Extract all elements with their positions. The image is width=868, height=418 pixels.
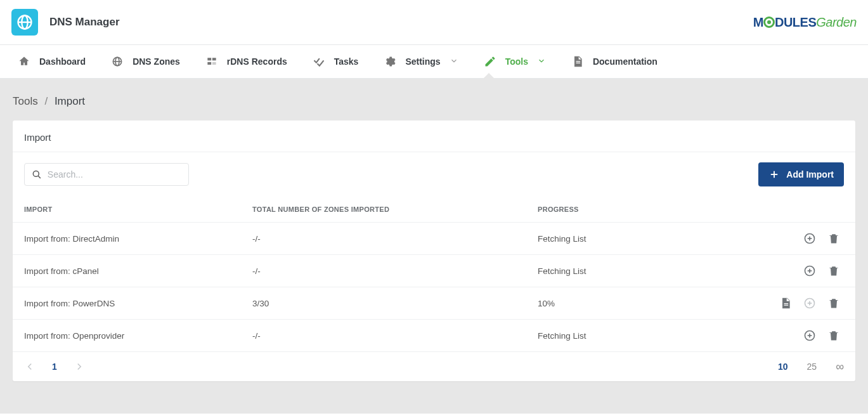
add-import-button[interactable]: Add Import	[758, 162, 844, 186]
main-nav: Dashboard DNS Zones rDNS Records Tasks S…	[0, 44, 868, 79]
pager-page[interactable]: 1	[52, 362, 57, 372]
cell-total: 3/30	[241, 287, 526, 320]
page-body: Tools / Import Import Add Import IMPORT …	[0, 79, 868, 414]
page-size-all[interactable]: ∞	[836, 362, 844, 371]
row-delete-button[interactable]	[827, 297, 840, 310]
nav-dashboard[interactable]: Dashboard	[5, 45, 98, 78]
page-size-10[interactable]: 10	[778, 362, 788, 372]
col-import[interactable]: IMPORT	[13, 197, 241, 223]
globe-icon	[16, 13, 34, 31]
nav-active-pointer	[483, 73, 495, 79]
table-row: Import from: cPanel-/-Fetching List	[13, 255, 855, 287]
table-row: Import from: PowerDNS3/3010%	[13, 287, 855, 320]
records-icon	[205, 55, 218, 68]
cell-progress: Fetching List	[526, 320, 754, 352]
nav-label: rDNS Records	[227, 56, 287, 67]
breadcrumb: Tools / Import	[0, 79, 868, 121]
row-add-button[interactable]	[803, 232, 816, 245]
svg-rect-11	[576, 63, 580, 63]
nav-dns-zones[interactable]: DNS Zones	[98, 45, 193, 78]
svg-rect-23	[784, 305, 789, 306]
svg-rect-22	[784, 303, 789, 304]
cell-total: -/-	[241, 320, 526, 352]
col-progress[interactable]: PROGRESS	[526, 197, 754, 223]
chevron-down-icon	[450, 56, 458, 67]
col-total[interactable]: TOTAL NUMBER OF ZONES IMPORTED	[241, 197, 526, 223]
row-add-button[interactable]	[803, 265, 816, 277]
plus-icon	[768, 169, 780, 180]
nav-label: Dashboard	[39, 56, 86, 67]
app-title: DNS Manager	[49, 16, 120, 29]
search-icon	[31, 168, 42, 181]
row-actions	[765, 297, 844, 310]
pager-next[interactable]	[74, 361, 85, 372]
svg-rect-10	[576, 61, 580, 62]
svg-rect-7	[212, 58, 216, 60]
row-actions	[765, 329, 844, 342]
app-logo	[11, 9, 38, 36]
card-toolbar: Add Import	[13, 152, 855, 197]
row-actions	[765, 265, 844, 277]
page-size-25[interactable]: 25	[807, 362, 817, 372]
svg-line-13	[38, 176, 41, 178]
nav-label: Tasks	[334, 56, 359, 67]
chevron-down-icon	[537, 56, 546, 67]
row-delete-button[interactable]	[827, 329, 840, 342]
nav-tasks[interactable]: Tasks	[300, 45, 372, 78]
search-input[interactable]	[48, 169, 182, 180]
row-add-button[interactable]	[803, 329, 816, 342]
nav-label: Tools	[505, 56, 528, 67]
table-row: Import from: DirectAdmin-/-Fetching List	[13, 223, 855, 255]
imports-table: IMPORT TOTAL NUMBER OF ZONES IMPORTED PR…	[13, 197, 855, 352]
svg-rect-6	[207, 58, 211, 60]
cell-progress: 10%	[526, 287, 754, 320]
brand-logo: MDULESGarden	[753, 15, 857, 30]
document-icon	[571, 55, 584, 68]
cell-total: -/-	[241, 223, 526, 255]
nav-label: Settings	[405, 56, 440, 67]
pager-sizes: 10 25 ∞	[778, 362, 844, 372]
nav-docs[interactable]: Documentation	[559, 45, 670, 78]
nav-label: DNS Zones	[133, 56, 180, 67]
tasks-icon	[313, 55, 325, 68]
breadcrumb-separator: /	[41, 95, 51, 107]
nav-label: Documentation	[593, 56, 657, 67]
import-card: Import Add Import IMPORT TOTAL NUMBER OF…	[13, 121, 855, 381]
nav-settings[interactable]: Settings	[371, 45, 470, 78]
cell-import: Import from: PowerDNS	[13, 287, 241, 320]
cell-total: -/-	[241, 255, 526, 287]
nav-rdns[interactable]: rDNS Records	[193, 45, 300, 78]
search-box[interactable]	[24, 163, 189, 186]
row-actions	[765, 232, 844, 245]
row-delete-button[interactable]	[827, 232, 840, 245]
pencil-icon	[484, 55, 496, 68]
breadcrumb-parent[interactable]: Tools	[13, 95, 38, 107]
app-header: DNS Manager MDULESGarden	[0, 0, 868, 44]
pager-prev[interactable]	[24, 361, 36, 372]
cell-import: Import from: DirectAdmin	[13, 223, 241, 255]
cell-import: Import from: cPanel	[13, 255, 241, 287]
svg-rect-9	[212, 62, 216, 65]
gear-icon	[384, 55, 396, 68]
svg-rect-8	[207, 62, 211, 65]
table-row: Import from: Openprovider-/-Fetching Lis…	[13, 320, 855, 352]
pager: 1 10 25 ∞	[13, 352, 855, 381]
svg-point-12	[33, 171, 39, 176]
row-add-button	[803, 297, 816, 310]
col-actions	[754, 197, 855, 223]
card-title: Import	[13, 121, 855, 152]
log-button[interactable]	[779, 297, 792, 310]
globe-outline-icon	[111, 55, 124, 68]
cell-progress: Fetching List	[526, 223, 754, 255]
pager-nav: 1	[24, 361, 85, 372]
breadcrumb-current: Import	[55, 95, 85, 107]
add-import-label: Add Import	[786, 169, 834, 180]
cell-import: Import from: Openprovider	[13, 320, 241, 352]
cell-progress: Fetching List	[526, 255, 754, 287]
row-delete-button[interactable]	[827, 265, 840, 277]
home-icon	[18, 55, 30, 68]
